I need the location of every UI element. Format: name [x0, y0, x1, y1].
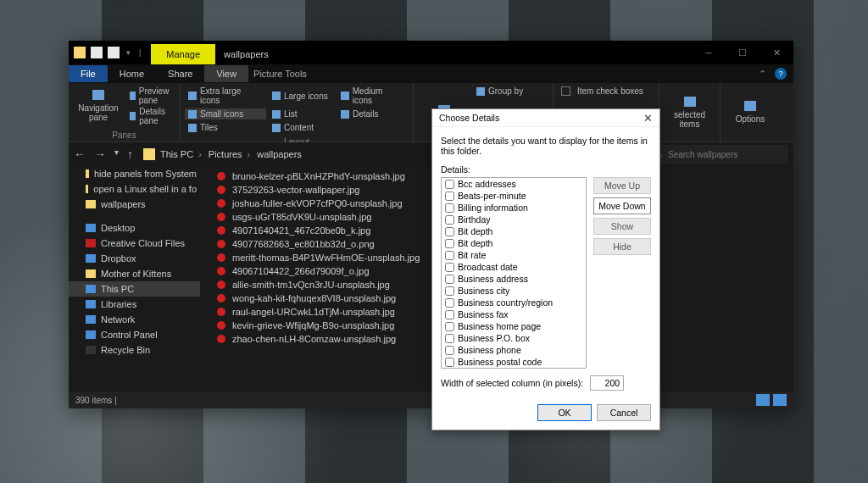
nav-item[interactable]: Recycle Bin: [69, 342, 200, 358]
detail-option[interactable]: Business P.O. box: [442, 332, 586, 344]
detail-checkbox[interactable]: [445, 180, 454, 189]
close-button[interactable]: ✕: [760, 41, 793, 64]
medium-icons-button[interactable]: Medium icons: [337, 86, 407, 106]
help-icon[interactable]: ?: [775, 68, 787, 80]
share-menu[interactable]: Share: [156, 65, 204, 82]
nav-item[interactable]: Control Panel: [69, 327, 200, 342]
content-button[interactable]: Content: [269, 122, 335, 133]
show-button[interactable]: Show: [593, 218, 651, 235]
nav-item[interactable]: Mother of Kittens: [69, 266, 200, 281]
detail-checkbox[interactable]: [445, 298, 454, 308]
detail-checkbox[interactable]: [445, 192, 454, 201]
detail-checkbox[interactable]: [445, 322, 454, 331]
search-input[interactable]: ⌕ Search wallpapers: [653, 145, 788, 164]
detail-option[interactable]: Broadcast date: [442, 261, 586, 273]
extra-large-icons-button[interactable]: Extra large icons: [185, 86, 266, 106]
detail-checkbox[interactable]: [445, 239, 454, 248]
navigation-pane-button[interactable]: Navigation pane: [73, 86, 124, 126]
detail-option[interactable]: Business fax: [442, 308, 586, 320]
nav-item[interactable]: Desktop: [69, 220, 200, 236]
detail-checkbox[interactable]: [445, 346, 454, 355]
navigation-tree[interactable]: hide panels from Systemopen a Linux shel…: [69, 166, 200, 391]
choose-details-dialog: Choose Details ✕ Select the details you …: [431, 108, 660, 430]
collapse-ribbon-icon[interactable]: ⌃: [759, 69, 766, 80]
thumbnails-view-icon[interactable]: [773, 394, 787, 406]
detail-option[interactable]: Business home page: [442, 320, 586, 332]
crumb-pictures[interactable]: Pictures: [209, 149, 255, 159]
detail-checkbox[interactable]: [445, 286, 454, 296]
dialog-titlebar[interactable]: Choose Details ✕: [432, 109, 659, 127]
file-menu[interactable]: File: [69, 65, 108, 82]
tiles-button[interactable]: Tiles: [185, 122, 266, 133]
detail-checkbox[interactable]: [445, 310, 454, 319]
titlebar[interactable]: ▾ | Manage wallpapers ─ ☐ ✕: [69, 41, 793, 64]
hide-selected-button[interactable]: selected items: [664, 86, 715, 139]
detail-option[interactable]: Billing information: [442, 202, 586, 214]
crumb-wallpapers[interactable]: wallpapers: [257, 149, 302, 159]
nav-item[interactable]: Dropbox: [69, 251, 200, 266]
nav-item[interactable]: Libraries: [69, 297, 200, 312]
detail-option[interactable]: Bit depth: [442, 237, 586, 249]
qat-button-icon[interactable]: [108, 47, 120, 58]
column-width-input[interactable]: [590, 375, 624, 391]
small-icons-button[interactable]: Small icons: [185, 108, 266, 119]
details-view-icon[interactable]: [756, 394, 770, 406]
detail-option[interactable]: Business city: [442, 285, 586, 297]
hide-button[interactable]: Hide: [593, 238, 651, 255]
picture-tools-menu[interactable]: Picture Tools: [248, 65, 319, 82]
view-menu[interactable]: View: [204, 65, 248, 82]
detail-checkbox[interactable]: [445, 275, 454, 284]
detail-option[interactable]: Birthday: [442, 214, 586, 225]
detail-option[interactable]: Business postal code: [442, 356, 586, 368]
close-icon[interactable]: ✕: [643, 112, 653, 125]
home-menu[interactable]: Home: [108, 65, 156, 82]
detail-option[interactable]: Bit depth: [442, 225, 586, 237]
detail-option[interactable]: Business phone: [442, 344, 586, 356]
move-up-button[interactable]: Move Up: [593, 177, 651, 194]
detail-checkbox[interactable]: [445, 215, 454, 225]
details-pane-button[interactable]: Details pane: [126, 106, 177, 126]
manage-tab[interactable]: Manage: [151, 44, 215, 64]
crumb-this-pc[interactable]: This PC: [160, 149, 207, 159]
detail-checkbox[interactable]: [445, 203, 454, 213]
group-by-button[interactable]: Group by: [473, 86, 526, 97]
detail-option[interactable]: Bcc addresses: [442, 178, 586, 190]
maximize-button[interactable]: ☐: [726, 41, 760, 64]
detail-option[interactable]: Bit rate: [442, 249, 586, 261]
nav-item[interactable]: Network: [69, 312, 200, 327]
options-button[interactable]: Options: [725, 86, 776, 139]
preview-pane-button[interactable]: Preview pane: [126, 86, 177, 106]
large-icons-button[interactable]: Large icons: [269, 86, 335, 106]
chevron-down-icon[interactable]: ▾: [125, 48, 132, 57]
up-button[interactable]: ↑: [127, 147, 133, 161]
detail-checkbox[interactable]: [445, 227, 454, 236]
qat-button-icon[interactable]: [91, 47, 103, 58]
detail-option[interactable]: Beats-per-minute: [442, 190, 586, 202]
nav-item[interactable]: open a Linux shell in a fo: [69, 181, 200, 197]
detail-checkbox[interactable]: [445, 251, 454, 260]
dialog-title: Choose Details: [439, 113, 499, 123]
detail-checkbox[interactable]: [445, 263, 454, 272]
recent-locations-button[interactable]: ▾: [114, 147, 119, 161]
detail-checkbox[interactable]: [445, 334, 454, 343]
column-width-label: Width of selected column (in pixels):: [441, 378, 583, 388]
details-button[interactable]: Details: [337, 108, 407, 119]
detail-option[interactable]: Business country/region: [442, 297, 586, 308]
list-button[interactable]: List: [269, 108, 335, 119]
nav-item[interactable]: Creative Cloud Files: [69, 236, 200, 251]
item-checkboxes-toggle[interactable]: Item check boxes: [558, 86, 647, 97]
menubar: File Home Share View Picture Tools ⌃ ?: [69, 64, 793, 83]
cancel-button[interactable]: Cancel: [597, 404, 651, 421]
panes-group-label: Panes: [69, 129, 180, 142]
nav-item[interactable]: hide panels from System: [69, 166, 200, 181]
back-button[interactable]: ←: [74, 147, 86, 161]
details-list[interactable]: Bcc addressesBeats-per-minuteBilling inf…: [441, 177, 587, 369]
detail-checkbox[interactable]: [445, 358, 454, 367]
nav-item[interactable]: wallpapers: [69, 197, 200, 212]
nav-item[interactable]: This PC: [69, 281, 200, 297]
forward-button[interactable]: →: [94, 147, 106, 161]
move-down-button[interactable]: Move Down: [593, 197, 651, 214]
ok-button[interactable]: OK: [537, 404, 592, 421]
detail-option[interactable]: Business address: [442, 273, 586, 285]
minimize-button[interactable]: ─: [692, 41, 726, 64]
